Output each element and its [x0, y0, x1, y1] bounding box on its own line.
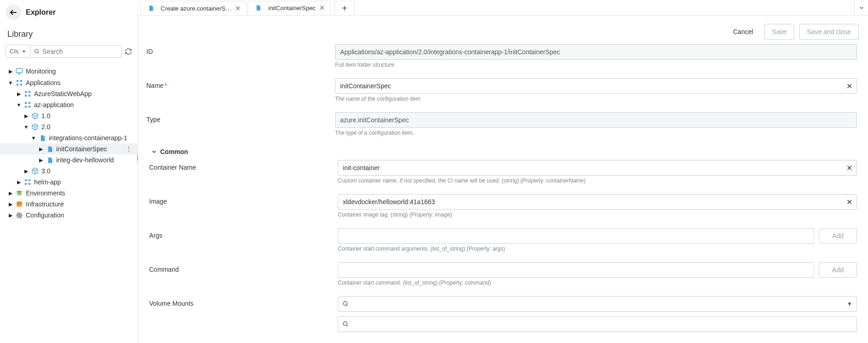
- cancel-button[interactable]: Cancel: [727, 24, 760, 39]
- clear-icon[interactable]: ✕: [846, 164, 852, 172]
- svg-rect-4: [16, 69, 23, 73]
- caret-down-icon[interactable]: ▼: [847, 301, 852, 307]
- command-add-button[interactable]: Add: [819, 262, 857, 278]
- caret-down-icon: [22, 49, 26, 54]
- tree: ▶ Monitoring ▼ Applications ▶ AzureStati…: [0, 63, 138, 223]
- svg-rect-24: [25, 183, 27, 185]
- helper-args: Container start command arguments. (list…: [338, 246, 857, 252]
- tree-label: integ-dev-helloworld: [56, 156, 135, 164]
- svg-rect-10: [20, 84, 22, 86]
- refresh-button[interactable]: [125, 48, 132, 55]
- tree-label: integrations-containerapp-1: [49, 134, 135, 142]
- svg-line-3: [37, 52, 39, 53]
- file-icon: [45, 146, 54, 153]
- file-icon: [254, 5, 263, 11]
- tree-label: Infrastructure: [26, 200, 135, 208]
- file-icon: [38, 135, 47, 142]
- tree-item-applications[interactable]: ▼ Applications: [0, 77, 138, 88]
- tree-label: 3.0: [41, 167, 135, 175]
- tree-item-infrastructure[interactable]: ▶ Infrastructure: [0, 199, 138, 210]
- chevron-down-icon: [151, 149, 157, 155]
- cls-select[interactable]: CIs: [6, 45, 30, 58]
- svg-rect-12: [29, 91, 30, 93]
- resize-handle[interactable]: ⋮⋮: [134, 155, 141, 161]
- gear-icon: [15, 212, 24, 219]
- caret-down-icon: ▼: [29, 135, 38, 141]
- clear-icon[interactable]: ✕: [846, 198, 852, 206]
- save-and-close-button[interactable]: Save and close: [799, 24, 859, 40]
- search-input[interactable]: [42, 48, 118, 55]
- tree-item-configuration[interactable]: ▶ Configuration: [0, 210, 138, 221]
- tree-item-v20[interactable]: ▼ 2.0: [0, 121, 138, 132]
- tab-add-button[interactable]: +: [335, 1, 355, 15]
- svg-rect-25: [29, 183, 30, 185]
- caret-right-icon: ▶: [15, 91, 23, 97]
- tree-item-v10[interactable]: ▶ 1.0: [0, 110, 138, 121]
- label-args: Args: [149, 228, 338, 239]
- helper-name: The name of the configuration item: [335, 96, 857, 102]
- name-field[interactable]: [335, 78, 857, 94]
- svg-line-32: [347, 305, 348, 306]
- caret-right-icon: ▶: [22, 113, 30, 119]
- sidebar: Explorer Library CIs ▶ Monitoring ▼: [0, 0, 138, 343]
- tab-create-containerspec[interactable]: Create azure.containerSpec * ✕: [141, 1, 247, 15]
- caret-down-icon: ▼: [6, 80, 15, 86]
- row-common-section: Common: [146, 146, 857, 155]
- item-menu-button[interactable]: ⋮: [123, 145, 135, 153]
- label-type: Type: [146, 112, 335, 123]
- back-button[interactable]: [6, 5, 21, 20]
- tab-initcontainerspec[interactable]: initContainerSpec ✕: [248, 1, 331, 15]
- svg-point-31: [343, 302, 347, 305]
- helper-command: Container start command. (list_of_string…: [338, 280, 857, 286]
- svg-rect-9: [17, 84, 18, 86]
- tree-item-helm-app[interactable]: ▶ helm-app: [0, 177, 138, 188]
- volume-mounts-search1[interactable]: [338, 296, 857, 312]
- caret-down-icon: ▼: [15, 102, 23, 108]
- server-icon: [15, 200, 24, 208]
- section-common-toggle[interactable]: Common: [146, 146, 335, 155]
- tree-item-v30[interactable]: ▶ 3.0: [0, 166, 138, 177]
- tree-label: Applications: [26, 79, 135, 86]
- tree-item-az-application[interactable]: ▼ az-application: [0, 99, 138, 110]
- library-heading: Library: [0, 25, 138, 43]
- type-field: [335, 112, 857, 128]
- caret-right-icon: ▶: [22, 168, 30, 174]
- apps-icon: [23, 101, 32, 109]
- row-volume-mounts: Volume Mounts ▼: [146, 296, 857, 332]
- command-field[interactable]: [338, 262, 814, 278]
- clear-icon[interactable]: ✕: [846, 82, 852, 91]
- tree-item-initcontainerspec[interactable]: ▶ initContainerSpec ⋮: [0, 143, 138, 154]
- tree-item-monitoring[interactable]: ▶ Monitoring: [0, 65, 138, 77]
- tabs-more-button[interactable]: [854, 0, 868, 15]
- sidebar-header: Explorer: [0, 0, 138, 25]
- search-row: CIs: [0, 43, 138, 63]
- monitor-icon: [15, 67, 24, 75]
- svg-rect-7: [17, 80, 18, 82]
- svg-point-33: [343, 322, 347, 326]
- container-name-field[interactable]: [338, 160, 857, 176]
- row-name: Name* ✕ The name of the configuration it…: [146, 78, 857, 102]
- close-icon[interactable]: ✕: [319, 4, 325, 11]
- package-icon: [30, 123, 40, 131]
- volume-mounts-search2[interactable]: [338, 316, 857, 332]
- save-button[interactable]: Save: [764, 24, 794, 40]
- tree-item-integrations-containerapp[interactable]: ▼ integrations-containerapp-1: [0, 132, 138, 143]
- tree-item-environments[interactable]: ▶ Environments: [0, 188, 138, 199]
- args-add-button[interactable]: Add: [819, 228, 857, 244]
- image-field[interactable]: [338, 194, 857, 210]
- close-icon[interactable]: ✕: [235, 5, 241, 12]
- tree-item-integ-dev-helloworld[interactable]: ▶ integ-dev-helloworld: [0, 154, 138, 166]
- svg-rect-13: [25, 95, 27, 97]
- search-box[interactable]: [30, 45, 122, 58]
- search-icon: [342, 321, 349, 327]
- args-field[interactable]: [338, 228, 814, 244]
- id-field: [335, 44, 857, 60]
- row-args: Args Add Container start command argumen…: [146, 228, 857, 252]
- caret-right-icon: ▶: [6, 212, 15, 218]
- tree-item-azurestaticwebapp[interactable]: ▶ AzureStaticWebApp: [0, 88, 138, 99]
- tab-label: Create azure.containerSpec *: [161, 5, 231, 12]
- tab-label: initContainerSpec: [268, 5, 316, 11]
- label-image: Image: [149, 194, 338, 205]
- caret-right-icon: ▶: [6, 190, 15, 196]
- row-command: Command Add Container start command. (li…: [146, 262, 857, 286]
